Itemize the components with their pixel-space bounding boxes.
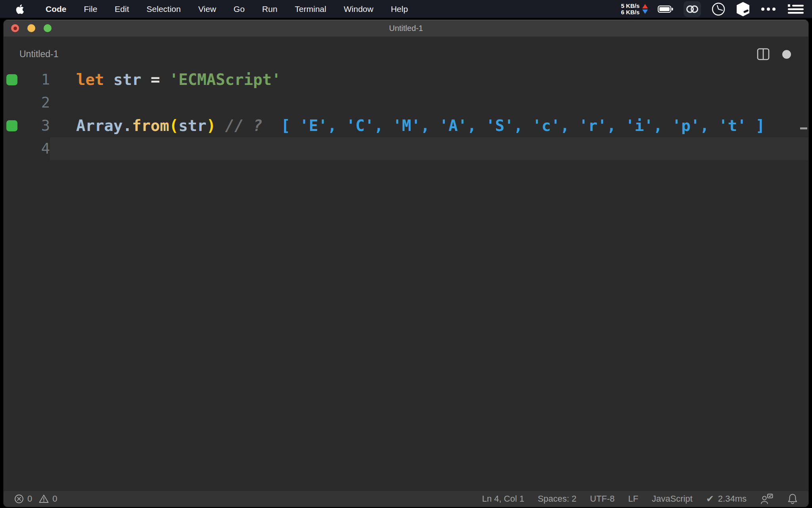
- code-line-content[interactable]: [50, 137, 808, 160]
- list-icon[interactable]: [787, 2, 805, 16]
- unsaved-close-dot: [13, 27, 17, 30]
- coverage-square-icon: [6, 120, 17, 131]
- menu-file[interactable]: File: [84, 4, 98, 14]
- network-speed-indicator[interactable]: 5 KB/s 6 KB/s: [621, 3, 648, 15]
- token-plain: [262, 117, 281, 135]
- token-plain: [160, 71, 169, 89]
- token-operator: =: [151, 71, 160, 89]
- menu-edit[interactable]: Edit: [115, 4, 129, 14]
- editor-lines: 1let str = 'ECMAScript'23Array.from(str)…: [4, 68, 808, 160]
- coverage-gutter: [4, 91, 20, 114]
- editor-line[interactable]: 2: [4, 91, 808, 114]
- open-file-label[interactable]: Untitled-1: [19, 49, 58, 60]
- token-bracket: ): [207, 117, 216, 135]
- menu-help[interactable]: Help: [391, 4, 408, 14]
- editor-line[interactable]: 4: [4, 137, 808, 160]
- overview-ruler-marker: [800, 127, 807, 129]
- token-function: from: [132, 117, 169, 135]
- vscode-window: Untitled-1 Untitled-1 1let str = 'ECMASc…: [3, 19, 809, 507]
- editor-actions: [756, 47, 791, 62]
- status-bar: 0 0 Ln 4, Col 1 Spaces: 2 UTF-8 LF JavaS…: [4, 491, 808, 507]
- menu-run[interactable]: Run: [262, 4, 278, 14]
- ellipsis-icon[interactable]: [760, 1, 777, 17]
- token-variable: Array.: [76, 117, 132, 135]
- upload-arrow-icon: [642, 4, 648, 8]
- quokka-run-time: 2.34ms: [718, 494, 747, 504]
- traffic-lights: [11, 20, 52, 37]
- cube-icon[interactable]: [736, 1, 750, 17]
- network-down-speed: 6 KB/s: [621, 9, 640, 15]
- editor-line[interactable]: 3Array.from(str) // ? [ 'E', 'C', 'M', '…: [4, 114, 808, 137]
- code-line-content[interactable]: Array.from(str) // ? [ 'E', 'C', 'M', 'A…: [50, 114, 808, 137]
- token-value: [ 'E', 'C', 'M', 'A', 'S', 'c', 'r', 'i'…: [281, 117, 765, 135]
- battery-icon[interactable]: [657, 4, 674, 14]
- menu-window[interactable]: Window: [344, 4, 373, 14]
- language-mode[interactable]: JavaScript: [652, 494, 693, 504]
- linked-rings-icon[interactable]: [684, 1, 701, 17]
- macos-menu-bar: Code File Edit Selection View Go Run Ter…: [0, 0, 812, 18]
- menu-selection[interactable]: Selection: [147, 4, 181, 14]
- clock-icon[interactable]: [710, 1, 726, 17]
- editor-line[interactable]: 1let str = 'ECMAScript': [4, 68, 808, 91]
- editor-header: Untitled-1: [4, 37, 808, 66]
- code-editor[interactable]: 1let str = 'ECMAScript'23Array.from(str)…: [4, 66, 808, 492]
- line-number[interactable]: 1: [20, 68, 50, 91]
- token-plain: [141, 71, 150, 89]
- window-title: Untitled-1: [4, 20, 808, 37]
- apple-icon: [15, 4, 24, 14]
- menu-go[interactable]: Go: [234, 4, 245, 14]
- warning-icon: [38, 494, 49, 504]
- token-plain: [104, 71, 113, 89]
- zoom-button[interactable]: [44, 24, 52, 32]
- token-comment: // ?: [225, 117, 262, 135]
- minimize-button[interactable]: [27, 24, 35, 32]
- code-line-content[interactable]: [50, 91, 808, 114]
- close-button[interactable]: [11, 24, 19, 32]
- token-variable: str: [113, 71, 141, 89]
- error-icon: [14, 494, 24, 504]
- token-plain: [216, 117, 225, 135]
- line-number[interactable]: 4: [20, 137, 50, 160]
- quokka-coverage-indicator: [4, 68, 20, 91]
- network-up-speed: 5 KB/s: [621, 3, 640, 9]
- token-string: 'ECMAScript': [169, 71, 281, 89]
- apple-menu[interactable]: [15, 4, 24, 14]
- menu-left: Code File Edit Selection View Go Run Ter…: [0, 4, 408, 14]
- split-editor-icon[interactable]: [756, 47, 770, 62]
- encoding-setting[interactable]: UTF-8: [590, 494, 615, 504]
- coverage-gutter: [4, 137, 20, 160]
- indentation-setting[interactable]: Spaces: 2: [538, 494, 576, 504]
- window-titlebar[interactable]: Untitled-1: [4, 20, 808, 37]
- coverage-square-icon: [6, 74, 17, 85]
- quokka-status[interactable]: ✔ 2.34ms: [706, 493, 747, 504]
- menu-app-code[interactable]: Code: [46, 4, 67, 14]
- code-line-content[interactable]: let str = 'ECMAScript': [50, 68, 808, 91]
- check-icon: ✔: [706, 493, 714, 504]
- eol-setting[interactable]: LF: [628, 494, 638, 504]
- cursor-position[interactable]: Ln 4, Col 1: [482, 494, 524, 504]
- feedback-icon[interactable]: [760, 493, 774, 505]
- line-number[interactable]: 3: [20, 114, 50, 137]
- menu-view[interactable]: View: [198, 4, 216, 14]
- problems-indicator[interactable]: 0 0: [14, 494, 57, 504]
- line-number[interactable]: 2: [20, 91, 50, 114]
- menu-status-items: 5 KB/s 6 KB/s: [621, 0, 812, 18]
- menu-terminal[interactable]: Terminal: [295, 4, 326, 14]
- warning-count: 0: [52, 494, 57, 504]
- unsaved-indicator-dot[interactable]: [782, 50, 791, 59]
- quokka-coverage-indicator: [4, 114, 20, 137]
- download-arrow-icon: [642, 10, 648, 14]
- token-keyword: let: [76, 71, 104, 89]
- token-variable: str: [178, 117, 206, 135]
- token-bracket: (: [169, 117, 178, 135]
- bell-icon[interactable]: [787, 493, 798, 505]
- error-count: 0: [27, 494, 32, 504]
